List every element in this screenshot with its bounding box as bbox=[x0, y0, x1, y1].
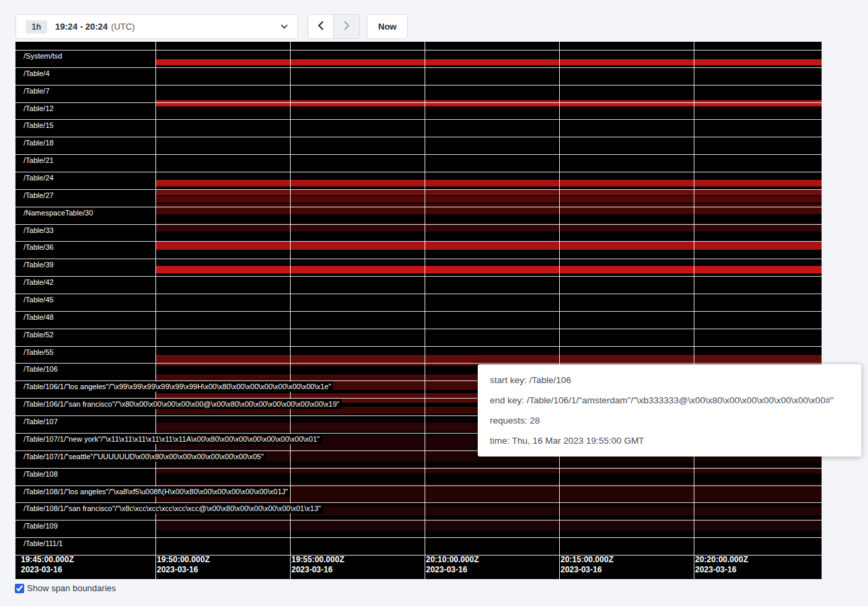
row-label: /Table/24 bbox=[22, 173, 56, 183]
time-gridline bbox=[559, 42, 560, 579]
row-label: /Table/7 bbox=[22, 86, 52, 96]
time-range-text: 19:24 - 20:24 bbox=[55, 22, 108, 32]
heat-band bbox=[155, 520, 822, 531]
row-label: /Table/108/1/"san francisco"/"\x8c\xcc\x… bbox=[22, 504, 323, 514]
now-button[interactable]: Now bbox=[367, 14, 408, 39]
span-boundary-line bbox=[15, 207, 822, 207]
tooltip-time: time: Thu, 16 Mar 2023 19:55:00 GMT bbox=[490, 436, 849, 446]
tooltip-end-key: end key: /Table/106/1/"amsterdam"/"\xb33… bbox=[490, 395, 849, 405]
key-visualizer-canvas[interactable]: start key: /Table/106 end key: /Table/10… bbox=[15, 42, 822, 579]
row-label: /NamespaceTable/30 bbox=[22, 207, 95, 217]
time-axis-label: 19:55:00.000Z2023-03-16 bbox=[291, 555, 345, 575]
time-gridline bbox=[155, 42, 156, 579]
heat-band bbox=[155, 196, 822, 203]
row-label: /Table/18 bbox=[22, 138, 56, 148]
heat-band bbox=[155, 204, 822, 214]
row-label: /Table/12 bbox=[22, 103, 56, 113]
span-boundary-line bbox=[15, 119, 822, 120]
heat-band bbox=[155, 242, 822, 250]
time-axis-label: 19:50:00.000Z2023-03-16 bbox=[157, 555, 210, 575]
row-label: /Table/106 bbox=[22, 364, 60, 374]
duration-badge: 1h bbox=[26, 20, 47, 34]
chevron-right-icon bbox=[344, 21, 350, 32]
row-label: /Table/48 bbox=[22, 312, 56, 322]
span-boundary-line bbox=[15, 241, 822, 242]
span-boundary-line bbox=[15, 102, 822, 103]
row-label: /Table/52 bbox=[22, 329, 56, 339]
row-label: /Table/107/1/"new york"/"\x11\x11\x11\x1… bbox=[22, 434, 322, 444]
row-label: /Table/107/1/"seattle"/"UUUUUUD\x00\x80\… bbox=[22, 451, 266, 461]
row-label: /Table/4 bbox=[22, 68, 52, 78]
span-boundary-line bbox=[15, 189, 822, 190]
row-label: /Table/33 bbox=[22, 225, 56, 235]
span-boundary-line bbox=[15, 50, 822, 50]
heat-band bbox=[155, 266, 822, 273]
row-label: /Table/21 bbox=[22, 156, 56, 166]
heat-band bbox=[155, 189, 822, 195]
time-axis-label: 20:20:00.000Z2023-03-16 bbox=[695, 555, 748, 575]
row-label: /Table/108/1/"los angeles"/"\xa8\xf5\u00… bbox=[22, 486, 290, 496]
span-boundary-line bbox=[15, 154, 822, 155]
span-boundary-line bbox=[15, 329, 822, 329]
chevron-down-icon bbox=[281, 24, 288, 29]
prev-time-button[interactable] bbox=[308, 14, 334, 39]
time-axis-label: 19:45:00.000Z2023-03-16 bbox=[21, 555, 74, 575]
heat-band bbox=[155, 180, 822, 187]
span-boundary-line bbox=[15, 67, 822, 68]
time-gridline bbox=[290, 42, 291, 579]
tooltip-start-key: start key: /Table/106 bbox=[490, 375, 849, 385]
time-range-selector[interactable]: 1h 19:24 - 20:24 (UTC) bbox=[15, 14, 298, 39]
time-gridline bbox=[694, 42, 694, 579]
row-label: /Table/15 bbox=[22, 121, 56, 131]
time-axis-label: 20:10:00.000Z2023-03-16 bbox=[426, 555, 479, 575]
span-boundary-line bbox=[15, 259, 822, 259]
next-time-button bbox=[334, 14, 360, 39]
span-boundary-line bbox=[15, 172, 822, 172]
row-label: /Table/36 bbox=[22, 242, 56, 252]
tooltip-requests: requests: 28 bbox=[490, 415, 849, 426]
span-boundary-line bbox=[15, 520, 822, 520]
hover-tooltip: start key: /Table/106 end key: /Table/10… bbox=[478, 364, 861, 457]
footer: Show span boundaries bbox=[15, 583, 116, 593]
time-zone-text: (UTC) bbox=[111, 22, 135, 32]
time-gridline bbox=[425, 42, 425, 579]
time-range-label: 19:24 - 20:24 (UTC) bbox=[55, 22, 135, 32]
row-label: /Table/27 bbox=[22, 190, 56, 200]
span-boundary-line bbox=[15, 537, 822, 538]
span-boundary-line bbox=[15, 85, 822, 86]
span-boundary-line bbox=[15, 468, 822, 469]
heat-band bbox=[155, 59, 822, 65]
show-span-boundaries-checkbox[interactable] bbox=[15, 584, 24, 593]
span-boundary-line bbox=[15, 311, 822, 312]
span-boundary-line bbox=[15, 276, 822, 277]
span-boundary-line bbox=[15, 137, 822, 137]
row-label: /Table/108 bbox=[22, 469, 60, 479]
row-label: /System/tsd bbox=[22, 51, 64, 61]
row-label: /Table/45 bbox=[22, 295, 56, 305]
heat-band bbox=[155, 100, 822, 106]
time-axis-label: 20:15:00.000Z2023-03-16 bbox=[560, 555, 614, 575]
show-span-boundaries-label: Show span boundaries bbox=[27, 583, 116, 593]
row-label: /Table/55 bbox=[22, 347, 56, 357]
row-label: /Table/107 bbox=[22, 417, 60, 427]
time-nav-group bbox=[308, 14, 360, 39]
toolbar: 1h 19:24 - 20:24 (UTC) Now bbox=[15, 14, 408, 39]
span-boundary-line bbox=[15, 294, 822, 294]
span-boundary-line bbox=[15, 224, 822, 225]
row-label: /Table/42 bbox=[22, 277, 56, 288]
row-label: /Table/106/1/"san francisco"/"\x80\x00\x… bbox=[22, 399, 342, 409]
row-label: /Table/39 bbox=[22, 260, 56, 270]
span-boundary-line bbox=[15, 346, 822, 347]
row-label: /Table/109 bbox=[22, 521, 60, 531]
row-label: /Table/111/1 bbox=[22, 539, 65, 549]
chevron-left-icon bbox=[318, 21, 324, 32]
row-label: /Table/106/1/"los angeles"/"\x99\x99\x99… bbox=[22, 382, 333, 392]
